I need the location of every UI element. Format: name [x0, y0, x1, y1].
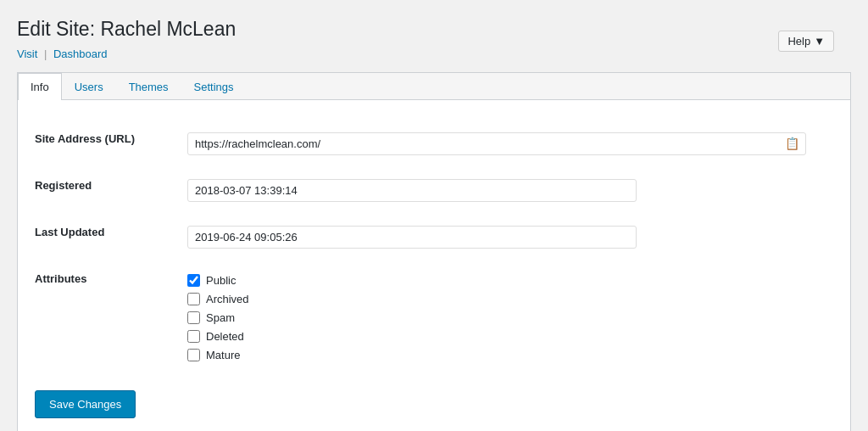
registered-input[interactable] [187, 179, 637, 202]
visit-link[interactable]: Visit [17, 48, 37, 60]
checkbox-mature-text: Mature [206, 349, 240, 361]
form-row-site-address: Site Address (URL) 📋 [35, 120, 833, 167]
form-row-last-updated: Last Updated [35, 214, 833, 260]
tabs-nav: Info Users Themes Settings [18, 73, 850, 100]
attributes-checkboxes: Public Archived Spam [187, 274, 825, 361]
tab-users[interactable]: Users [62, 73, 116, 100]
page-title: Edit Site: Rachel McLean [17, 17, 851, 42]
checkbox-deleted-text: Deleted [206, 330, 244, 343]
form-table: Site Address (URL) 📋 Registered [35, 120, 833, 373]
checkbox-public-text: Public [206, 274, 236, 287]
checkbox-archived[interactable] [187, 293, 200, 305]
site-address-label: Site Address (URL) [35, 132, 135, 145]
last-updated-label: Last Updated [35, 226, 104, 238]
registered-label: Registered [35, 179, 92, 192]
tab-info[interactable]: Info [18, 73, 62, 100]
checkbox-deleted[interactable] [187, 330, 200, 343]
url-input-wrap: 📋 [187, 132, 806, 155]
dashboard-link[interactable]: Dashboard [53, 48, 108, 60]
checkbox-label-mature[interactable]: Mature [187, 349, 825, 361]
save-button[interactable]: Save Changes [35, 390, 136, 418]
checkbox-spam[interactable] [187, 311, 200, 324]
attributes-label: Attributes [35, 272, 86, 285]
help-button[interactable]: Help ▼ [778, 31, 834, 52]
checkbox-public[interactable] [187, 274, 200, 287]
tab-settings[interactable]: Settings [181, 73, 247, 100]
form-row-attributes: Attributes Public Archived [35, 260, 833, 373]
site-address-input[interactable] [187, 132, 806, 155]
tab-themes[interactable]: Themes [116, 73, 181, 100]
tab-content-info: Site Address (URL) 📋 Registered [18, 100, 850, 431]
checkbox-label-spam[interactable]: Spam [187, 311, 825, 324]
checkbox-archived-text: Archived [206, 293, 249, 305]
checkbox-spam-text: Spam [206, 311, 235, 324]
copy-icon: 📋 [785, 137, 799, 150]
help-label: Help [787, 35, 810, 48]
breadcrumb: Visit | Dashboard [17, 48, 851, 60]
form-row-registered: Registered [35, 167, 833, 214]
checkbox-label-deleted[interactable]: Deleted [187, 330, 825, 343]
breadcrumb-separator: | [44, 48, 47, 60]
checkbox-label-public[interactable]: Public [187, 274, 825, 287]
checkbox-mature[interactable] [187, 349, 200, 361]
last-updated-input[interactable] [187, 226, 637, 249]
checkbox-label-archived[interactable]: Archived [187, 293, 825, 305]
tabs-wrapper: Info Users Themes Settings Site Address … [17, 72, 851, 431]
chevron-down-icon: ▼ [814, 35, 825, 48]
